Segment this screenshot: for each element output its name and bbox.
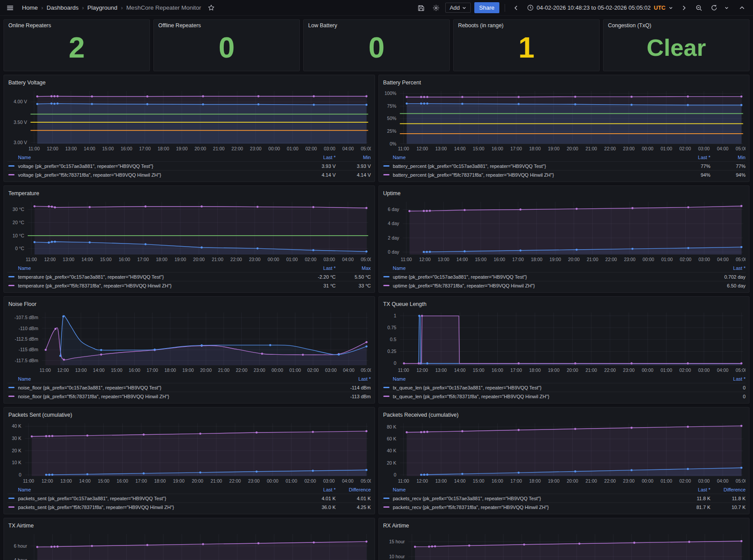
series-name[interactable]: uptime {pk_prefix="f5fc78371f8a", repeat… [393, 283, 711, 288]
series-name[interactable]: temperature {pk_prefix="0c157ae3a881", r… [18, 274, 301, 280]
panel-title[interactable]: Battery Voltage [8, 80, 46, 86]
panel-title[interactable]: TX Airtime [8, 523, 34, 529]
time-series-chart[interactable]: 11:0012:0013:0014:0015:0016:0017:0018:00… [7, 420, 371, 485]
collapse-toolbar-icon[interactable] [736, 2, 748, 14]
time-series-chart[interactable]: 11:0012:0013:0014:0015:0016:0017:0018:00… [7, 531, 371, 560]
legend-column-name[interactable]: Name [382, 487, 676, 492]
svg-text:22:00: 22:00 [229, 478, 241, 484]
legend-column-last-[interactable]: Last * [710, 376, 746, 382]
svg-text:0.5: 0.5 [389, 337, 396, 342]
svg-text:00:00: 00:00 [268, 257, 279, 262]
refresh-icon[interactable] [708, 2, 720, 14]
series-name[interactable]: noise_floor {pk_prefix="f5fc78371f8a", r… [18, 394, 336, 399]
breadcrumb-playground[interactable]: Playground [87, 4, 117, 11]
series-name[interactable]: packets_sent {pk_prefix="0c157ae3a881", … [18, 496, 301, 501]
series-name[interactable]: packets_recv {pk_prefix="f5fc78371f8a", … [393, 505, 676, 510]
legend-column-name[interactable]: Name [7, 376, 336, 382]
legend-header: NameLast *Difference [382, 486, 746, 494]
legend-column-min[interactable]: Min [336, 155, 371, 160]
legend-column-min[interactable]: Min [710, 155, 746, 160]
favorite-star-icon[interactable] [205, 2, 217, 14]
legend-row: battery_percent {pk_prefix="0c157ae3a881… [382, 161, 746, 170]
legend-column-last-[interactable]: Last * [301, 265, 336, 271]
series-name[interactable]: uptime {pk_prefix="0c157ae3a881", repeat… [393, 274, 711, 280]
svg-text:10 °C: 10 °C [13, 233, 25, 238]
add-button[interactable]: Add [445, 3, 471, 13]
svg-text:17:00: 17:00 [512, 257, 524, 262]
svg-text:16:00: 16:00 [116, 478, 128, 484]
svg-text:03:00: 03:00 [698, 146, 709, 151]
svg-text:21:00: 21:00 [213, 146, 225, 151]
legend-column-last-[interactable]: Last * [675, 155, 710, 160]
panel-title[interactable]: RX Airtime [383, 523, 409, 529]
svg-text:17:00: 17:00 [510, 367, 522, 373]
svg-text:11:00: 11:00 [398, 146, 409, 151]
breadcrumb-home[interactable]: Home [22, 4, 38, 11]
series-name[interactable]: voltage {pk_prefix="f5fc78371f8a", repea… [18, 172, 301, 178]
time-series-chart[interactable]: 11:0012:0013:0014:0015:0016:0017:0018:00… [382, 531, 746, 560]
time-series-chart[interactable]: 11:0012:0013:0014:0015:0016:0017:0018:00… [382, 198, 746, 263]
series-name[interactable]: battery_percent {pk_prefix="0c157ae3a881… [393, 164, 676, 169]
legend-column-name[interactable]: Name [7, 155, 301, 160]
panel-title[interactable]: Uptime [383, 190, 401, 196]
time-range-forward-icon[interactable] [678, 2, 690, 14]
refresh-interval-dropdown-icon[interactable] [723, 2, 730, 14]
panel-title[interactable]: TX Queue Length [383, 301, 427, 307]
svg-text:02:00: 02:00 [307, 367, 319, 373]
series-name[interactable]: temperature {pk_prefix="f5fc78371f8a", r… [18, 283, 301, 288]
breadcrumb-dashboards[interactable]: Dashboards [47, 4, 79, 11]
svg-text:16:00: 16:00 [493, 257, 505, 262]
svg-text:12:00: 12:00 [419, 257, 430, 262]
time-series-chart[interactable]: 11:0012:0013:0014:0015:0016:0017:0018:00… [7, 198, 371, 263]
legend-column-name[interactable]: Name [382, 376, 711, 382]
time-series-chart[interactable]: 11:0012:0013:0014:0015:0016:0017:0018:00… [7, 309, 371, 374]
series-color-swatch-icon [383, 506, 389, 508]
legend-column-last-[interactable]: Last * [301, 155, 336, 160]
series-name[interactable]: voltage {pk_prefix="0c157ae3a881", repea… [18, 164, 301, 169]
svg-text:40 K: 40 K [12, 423, 22, 429]
legend-column-name[interactable]: Name [382, 265, 711, 271]
svg-text:10 hour: 10 hour [389, 554, 405, 559]
time-series-chart[interactable]: 11:0012:0013:0014:0015:0016:0017:0018:00… [382, 420, 746, 485]
series-name[interactable]: noise_floor {pk_prefix="0c157ae3a881", r… [18, 385, 336, 390]
time-series-chart[interactable]: 11:0012:0013:0014:0015:0016:0017:0018:00… [7, 87, 371, 153]
svg-text:21:00: 21:00 [212, 257, 223, 262]
svg-text:21:00: 21:00 [585, 367, 597, 373]
legend-column-last-[interactable]: Last * [336, 376, 371, 382]
panel-title[interactable]: Packets Sent (cumulative) [8, 412, 72, 418]
time-range-back-icon[interactable] [510, 2, 522, 14]
legend-column-max[interactable]: Max [336, 265, 371, 271]
time-range-picker[interactable]: 04-02-2026 10:48:23 to 05-02-2026 05:05:… [525, 4, 675, 11]
series-name[interactable]: tx_queue_len {pk_prefix="0c157ae3a881", … [393, 385, 711, 390]
zoom-out-time-icon[interactable] [693, 2, 705, 14]
save-dashboard-icon[interactable] [415, 2, 427, 14]
series-value: 4.25 K [336, 505, 371, 510]
panel-title[interactable]: Noise Floor [8, 301, 36, 307]
legend-column-name[interactable]: Name [382, 155, 676, 160]
legend-column-difference[interactable]: Difference [336, 487, 371, 492]
dashboard-canvas: Online Repeaters 2 Offline Repeaters 0 L… [0, 16, 753, 560]
menu-toggle-icon[interactable] [4, 2, 16, 14]
time-series-chart[interactable]: 11:0012:0013:0014:0015:0016:0017:0018:00… [382, 309, 746, 374]
series-name[interactable]: packets_sent {pk_prefix="f5fc78371f8a", … [18, 505, 301, 510]
svg-text:02:00: 02:00 [679, 367, 691, 373]
series-name[interactable]: tx_queue_len {pk_prefix="f5fc78371f8a", … [393, 394, 711, 399]
legend-column-last-[interactable]: Last * [710, 265, 746, 271]
series-value: 4.01 K [301, 496, 336, 501]
svg-text:00:00: 00:00 [642, 367, 653, 373]
legend-column-last-[interactable]: Last * [675, 487, 710, 492]
dashboard-settings-gear-icon[interactable] [430, 2, 442, 14]
panel-title[interactable]: Packets Received (cumulative) [383, 412, 459, 418]
legend-column-name[interactable]: Name [7, 265, 301, 271]
legend-column-difference[interactable]: Difference [710, 487, 746, 492]
legend-column-last-[interactable]: Last * [301, 487, 336, 492]
time-series-chart[interactable]: 11:0012:0013:0014:0015:0016:0017:0018:00… [382, 87, 746, 153]
svg-text:18:00: 18:00 [156, 257, 167, 262]
series-name[interactable]: battery_percent {pk_prefix="f5fc78371f8a… [393, 172, 676, 178]
legend-column-name[interactable]: Name [7, 487, 301, 492]
panel-title[interactable]: Battery Percent [383, 80, 421, 86]
svg-text:22:00: 22:00 [604, 367, 615, 373]
series-name[interactable]: packets_recv {pk_prefix="0c157ae3a881", … [393, 496, 676, 501]
panel-title[interactable]: Temperature [8, 190, 39, 196]
share-button[interactable]: Share [474, 2, 499, 13]
